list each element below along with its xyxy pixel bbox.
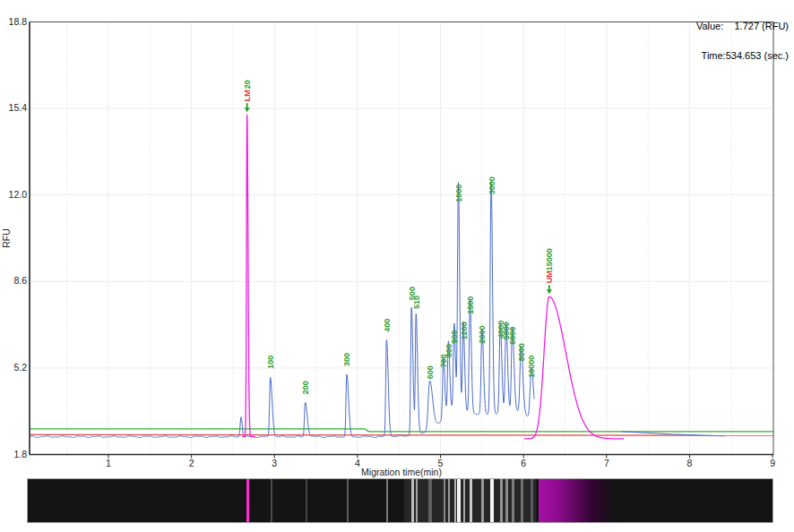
marker-label-um: UM <box>545 270 554 283</box>
marker-label-lm: LM <box>243 90 252 101</box>
sample-trace <box>30 182 534 438</box>
peak-size-label: 10000 <box>527 356 536 378</box>
peak-size-label: 100 <box>266 356 275 369</box>
peak-size-label: 510 <box>412 296 421 309</box>
peak-size-label: 300 <box>342 353 351 366</box>
x-tick-label: 4 <box>355 458 360 468</box>
gel-band-900 <box>454 479 456 522</box>
peak-size-label: 20 <box>243 80 252 89</box>
electropherogram-app: { "readout": { "value_line": "Value: 1.7… <box>0 0 794 532</box>
x-tick-label: 2 <box>189 458 194 468</box>
gel-band-500 <box>411 479 414 522</box>
gel-um-region <box>539 479 610 522</box>
peak-size-label: 2000 <box>478 325 487 343</box>
gel-band-700 <box>444 479 445 522</box>
gel-band-1200 <box>463 479 465 522</box>
x-tick-label: 1 <box>106 458 111 468</box>
gel-band-400 <box>386 479 388 522</box>
gel-band-4000 <box>500 479 503 522</box>
peak-size-label: 200 <box>301 381 310 394</box>
peak-size-label: 6000 <box>508 327 517 345</box>
y-tick-label: 1.8 <box>13 449 27 459</box>
peak-size-label: 1000 <box>454 184 463 202</box>
gel-band-8000 <box>521 479 523 522</box>
y-tick-label: 12.0 <box>9 189 28 200</box>
x-tick-label: 7 <box>604 458 609 468</box>
peak-size-label: 900 <box>450 330 459 343</box>
gel-band-300 <box>347 479 349 522</box>
y-tick-label: 8.6 <box>13 275 27 286</box>
gel-band-510 <box>416 479 418 522</box>
gel-band-10000 <box>531 479 533 522</box>
electropherogram-chart[interactable]: 1.85.28.612.015.418.8123456789Migration … <box>0 0 794 478</box>
peak-size-label: 3000 <box>488 176 496 194</box>
gel-band-200 <box>306 479 307 522</box>
gel-band-2000 <box>481 479 484 522</box>
gel-band-1500 <box>470 479 472 522</box>
peak-size-label: 15000 <box>545 248 554 270</box>
gel-band-1000 <box>457 479 461 522</box>
peak-size-label: 600 <box>426 365 435 379</box>
green-reference-trace <box>30 429 773 432</box>
gel-view <box>27 478 773 523</box>
gel-band-100 <box>271 479 272 522</box>
x-axis-title: Migration time(min) <box>361 467 442 477</box>
y-tick-label: 15.4 <box>9 102 28 113</box>
gel-band-6000 <box>512 479 514 522</box>
peak-size-label: 8000 <box>517 343 526 361</box>
cursor-time: Time:534.653 (sec.) <box>696 51 789 61</box>
x-tick-label: 9 <box>770 458 775 468</box>
peak-size-label: 800 <box>444 344 453 357</box>
gel-band-lm <box>246 479 249 522</box>
x-tick-label: 6 <box>521 458 526 468</box>
cursor-value: Value: 1.727 (RFU) <box>696 21 789 31</box>
peak-size-label: 1500 <box>466 296 475 314</box>
x-tick-label: 3 <box>272 458 277 468</box>
y-tick-label: 18.8 <box>9 16 28 27</box>
y-axis-title: RFU <box>1 228 12 248</box>
cursor-readout: Value: 1.727 (RFU) Time:534.653 (sec.) <box>696 2 789 81</box>
plot-border <box>30 22 773 455</box>
marker-trace-lm <box>242 115 255 436</box>
gel-band-600 <box>428 479 432 522</box>
y-tick-label: 5.2 <box>13 362 27 373</box>
peak-size-label: 400 <box>383 319 392 332</box>
gel-band-5000 <box>505 479 508 522</box>
gel-band-3000 <box>490 479 494 522</box>
peak-size-label: 1200 <box>460 322 469 339</box>
x-tick-label: 8 <box>687 458 693 468</box>
gel-band-800 <box>448 479 450 522</box>
